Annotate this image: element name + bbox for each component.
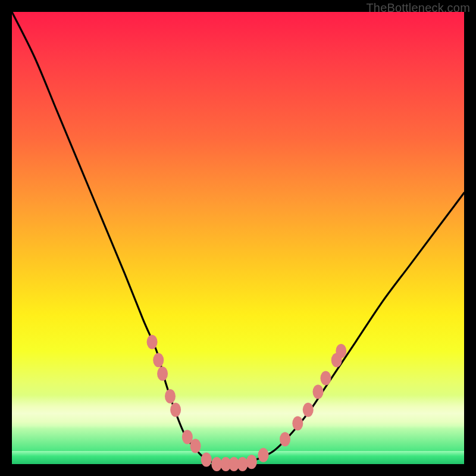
curve-marker [258, 448, 269, 462]
chart-stage: TheBottleneck.com [0, 0, 476, 476]
plot-area [12, 12, 464, 464]
curve-marker [336, 344, 346, 358]
curve-marker [201, 452, 212, 466]
curve-marker [303, 403, 314, 417]
curve-marker [147, 335, 158, 349]
curve-marker [237, 457, 248, 471]
curve-marker [280, 432, 290, 446]
curve-marker [190, 439, 201, 453]
curve-marker [320, 371, 331, 386]
watermark-text: TheBottleneck.com [366, 1, 470, 15]
curve-marker [165, 389, 176, 403]
curve-marker [153, 353, 164, 367]
curve-marker [157, 367, 168, 381]
curve-marker [170, 403, 181, 417]
curve-marker [246, 455, 257, 469]
curve-marker [313, 384, 324, 399]
curve-marker [292, 416, 303, 431]
bottleneck-curve [12, 12, 464, 465]
curve-markers [147, 335, 347, 471]
curve-layer [12, 12, 464, 464]
